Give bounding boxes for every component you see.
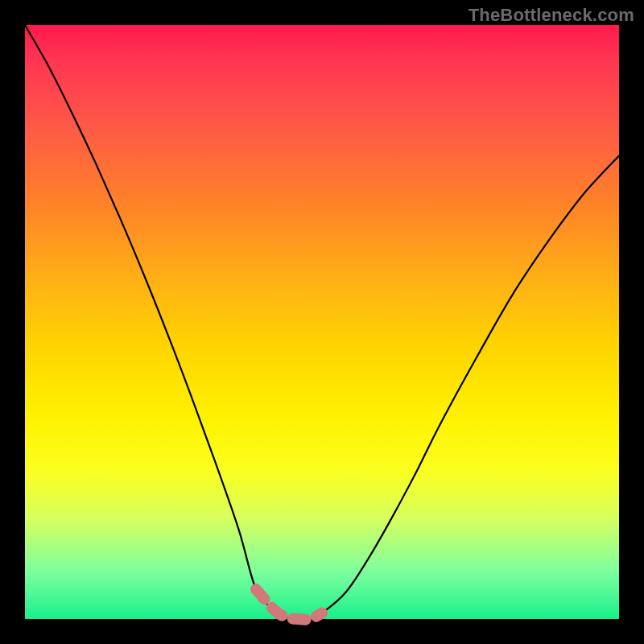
- chart-frame: TheBottleneck.com: [0, 0, 644, 644]
- plot-gradient-area: [25, 25, 619, 619]
- watermark-text: TheBottleneck.com: [469, 5, 634, 26]
